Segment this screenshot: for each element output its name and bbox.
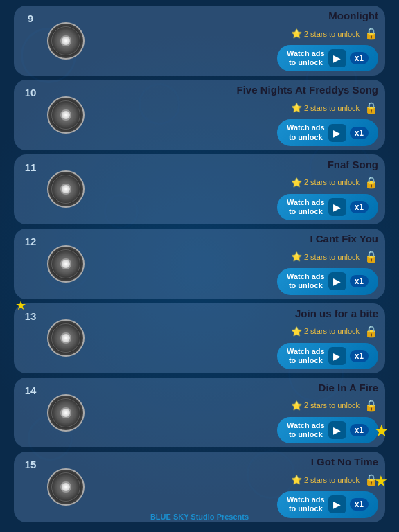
watch-ads-label: Watch adsto unlock [287,123,325,141]
song-row: 12 I Cant Fix You ⭐ 2 stars to unlock 🔒 … [14,229,385,299]
play-icon: ▶ [328,347,346,365]
stars-row: ⭐ 2 stars to unlock 🔒 [291,325,378,338]
stars-row: ⭐ 2 stars to unlock 🔒 [291,473,378,486]
footer: BLUE SKY Studio Presents [0,510,399,522]
multiplier-badge: x1 [350,424,369,436]
song-title: Moonlight [328,10,378,21]
stars-text: 2 stars to unlock [304,401,360,409]
decoration-star-topright: ★ [374,421,389,441]
row-number: 10 [21,87,40,98]
stars-text: 2 stars to unlock [304,327,360,335]
watch-ads-button[interactable]: Watch adsto unlock ▶ x1 [277,194,378,220]
song-row: 13 Join us for a bite ⭐ 2 stars to unloc… [14,303,385,373]
star-icon: ⭐ [291,326,302,337]
play-icon: ▶ [328,421,346,439]
play-icon: ▶ [328,124,346,142]
star-icon: ⭐ [291,103,302,113]
lock-icon: 🔒 [364,250,378,263]
song-title: Join us for a bite [295,308,378,319]
stars-text: 2 stars to unlock [304,30,360,38]
decoration-star-left: ★ [15,298,26,313]
multiplier-badge: x1 [350,52,369,64]
stars-row: ⭐ 2 stars to unlock 🔒 [291,176,378,189]
watch-ads-label: Watch adsto unlock [287,272,325,290]
stars-text: 2 stars to unlock [304,476,360,484]
disc-icon [47,468,85,506]
multiplier-badge: x1 [350,498,369,511]
watch-ads-button[interactable]: Watch adsto unlock ▶ x1 [277,417,378,443]
watch-ads-label: Watch adsto unlock [287,198,325,216]
song-info: Fnaf Song ⭐ 2 stars to unlock 🔒 Watch ad… [91,159,378,220]
star-icon: ⭐ [291,251,302,262]
stars-row: ⭐ 2 stars to unlock 🔒 [291,250,378,263]
disc-icon [47,245,85,283]
stars-row: ⭐ 2 stars to unlock 🔒 [291,399,378,412]
row-number: 11 [21,161,40,173]
play-icon: ▶ [328,272,346,290]
multiplier-badge: x1 [350,275,369,287]
lock-icon: 🔒 [364,176,378,189]
song-info: I Cant Fix You ⭐ 2 stars to unlock 🔒 Wat… [91,233,378,294]
stars-row: ⭐ 2 stars to unlock 🔒 [291,27,378,40]
song-info: Five Nights At Freddys Song ⭐ 2 stars to… [91,84,378,145]
stars-text: 2 stars to unlock [304,104,360,112]
watch-ads-label: Watch adsto unlock [287,421,325,439]
disc-icon [47,394,85,432]
row-number: 14 [21,384,40,396]
row-number: 12 [21,236,40,247]
lock-icon: 🔒 [364,101,378,114]
disc-icon [47,170,85,208]
song-info: Die In A Fire ⭐ 2 stars to unlock 🔒 Watc… [91,382,378,443]
watch-ads-button[interactable]: Watch adsto unlock ▶ x1 [277,268,378,294]
watch-ads-button[interactable]: Watch adsto unlock ▶ x1 [277,119,378,145]
star-icon: ⭐ [291,475,302,485]
song-title: Five Nights At Freddys Song [237,84,378,96]
song-info: Join us for a bite ⭐ 2 stars to unlock 🔒… [91,308,378,369]
star-icon: ⭐ [291,28,302,39]
row-number: 9 [21,12,40,24]
song-row: 9 Moonlight ⭐ 2 stars to unlock 🔒 Watch … [14,6,385,76]
watch-ads-button[interactable]: Watch adsto unlock ▶ x1 [277,45,378,71]
disc-icon [47,319,85,357]
song-row: 11 Fnaf Song ⭐ 2 stars to unlock 🔒 Watch… [14,154,385,224]
stars-text: 2 stars to unlock [304,178,360,186]
song-info: I Got No Time ⭐ 2 stars to unlock 🔒 Watc… [91,456,378,517]
multiplier-badge: x1 [350,201,369,213]
song-title: Die In A Fire [319,382,378,393]
lock-icon: 🔒 [364,399,378,412]
row-number: 15 [21,459,40,470]
play-icon: ▶ [328,198,346,216]
song-row: 10 Five Nights At Freddys Song ⭐ 2 stars… [14,80,385,150]
stars-text: 2 stars to unlock [304,253,360,261]
disc-icon [47,96,85,134]
song-title: I Cant Fix You [310,233,378,245]
footer-text: BLUE SKY Studio Presents [150,513,249,521]
watch-ads-button[interactable]: Watch adsto unlock ▶ x1 [277,343,378,369]
star-icon: ⭐ [291,177,302,188]
lock-icon: 🔒 [364,325,378,338]
decoration-star-bottomright: ★ [374,472,388,490]
song-info: Moonlight ⭐ 2 stars to unlock 🔒 Watch ad… [91,10,378,71]
multiplier-badge: x1 [350,350,369,362]
disc-icon [47,22,85,60]
song-title: Fnaf Song [328,159,378,170]
play-icon: ▶ [328,49,346,67]
song-row: 14 Die In A Fire ⭐ 2 stars to unlock 🔒 W… [14,378,385,447]
stars-row: ⭐ 2 stars to unlock 🔒 [291,101,378,114]
star-icon: ⭐ [291,400,302,411]
multiplier-badge: x1 [350,127,369,139]
watch-ads-label: Watch adsto unlock [287,49,325,67]
watch-ads-label: Watch adsto unlock [287,347,325,365]
song-title: I Got No Time [311,456,378,468]
lock-icon: 🔒 [364,27,378,40]
song-list-container: 9 Moonlight ⭐ 2 stars to unlock 🔒 Watch … [0,0,399,532]
